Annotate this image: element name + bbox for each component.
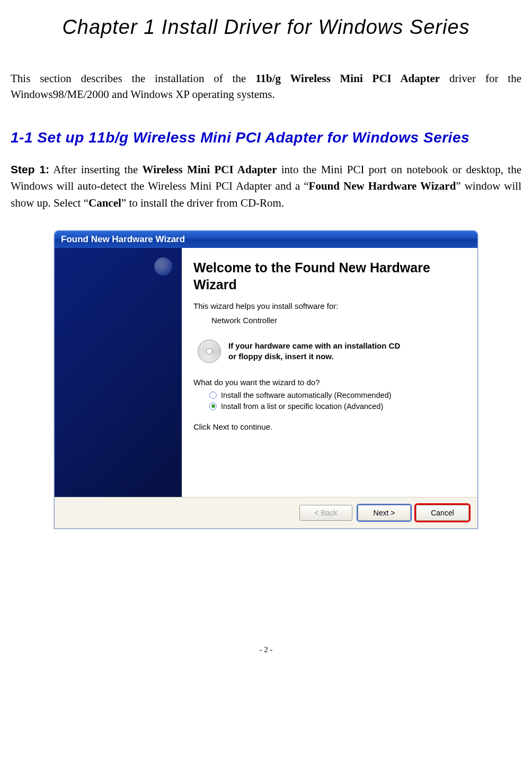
wizard-titlebar[interactable]: Found New Hardware Wizard [55,231,477,248]
intro-paragraph: This section describes the installation … [11,70,521,103]
step-1-paragraph: Step 1: After inserting the Wireless Min… [11,161,521,212]
step-b1: Wireless Mini PCI Adapter [143,163,277,176]
wizard-heading: Welcome to the Found New Hardware Wizard [193,260,463,293]
step-t1: After inserting the [49,163,142,176]
wizard-window: Found New Hardware Wizard Welcome to the… [54,230,478,529]
wizard-device-name: Network Controller [211,316,463,325]
wizard-cd-callout: If your hardware came with an installati… [198,340,463,363]
back-button: < Back [299,505,352,521]
radio-option-auto[interactable]: Install the software automatically (Reco… [209,391,463,399]
step-t4: ” to install the driver from CD-Rom. [121,197,284,209]
wizard-title-text: Found New Hardware Wizard [61,234,185,245]
wizard-cd-text: If your hardware came with an installati… [228,341,400,362]
wizard-content: Welcome to the Found New Hardware Wizard… [182,248,477,497]
cd-line1: If your hardware came with an installati… [228,341,400,350]
cancel-button[interactable]: Cancel [416,505,469,521]
step-b2: Found New Hardware Wizard [309,180,456,192]
radio-label-1: Install the software automatically (Reco… [221,391,392,399]
intro-bold: 11b/g Wireless Mini PCI Adapter [255,72,440,85]
radio-option-advanced[interactable]: Install from a list or specific location… [209,402,463,411]
intro-text-pre: This section describes the installation … [11,72,255,85]
radio-icon-selected[interactable] [209,403,217,410]
chapter-title: Chapter 1 Install Driver for Windows Ser… [11,16,521,39]
wizard-footer: < Back Next > Cancel [55,497,477,528]
cd-line2: or floppy disk, insert it now. [228,352,334,361]
step-b3: Cancel [88,197,121,209]
page-number: - 2 - [11,645,521,654]
wizard-prompt: What do you want the wizard to do? [193,378,463,387]
section-heading: 1-1 Set up 11b/g Wireless Mini PCI Adapt… [11,129,521,146]
wizard-helps-text: This wizard helps you install software f… [193,301,463,310]
next-button[interactable]: Next > [358,505,411,521]
radio-icon[interactable] [209,392,217,399]
radio-label-2: Install from a list or specific location… [221,402,383,411]
wizard-continue-text: Click Next to continue. [193,422,463,431]
cd-icon [198,340,221,363]
step-label: Step 1: [11,163,49,175]
wizard-sidebar-graphic [55,248,182,497]
wizard-body: Welcome to the Found New Hardware Wizard… [55,248,477,497]
